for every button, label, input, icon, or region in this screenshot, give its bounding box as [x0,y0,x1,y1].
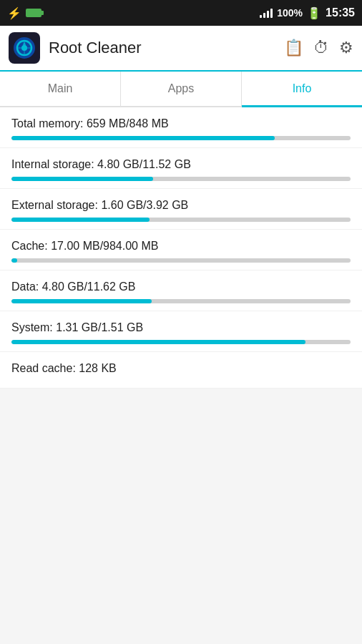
status-left: ⚡ [7,6,41,20]
stats-content: Total memory: 659 MB/848 MBInternal stor… [0,107,362,389]
progress-track [11,177,351,181]
progress-track [11,299,351,303]
progress-track [11,218,351,222]
battery-percentage: 100% [277,7,303,19]
progress-track [11,340,351,344]
app-title: Root Cleaner [49,39,275,57]
tab-bar: Main Apps Info [0,72,362,107]
stat-label: System: 1.31 GB/1.51 GB [11,321,351,334]
progress-fill [11,218,150,222]
signal-bars-icon [260,8,273,18]
note-icon[interactable]: 📋 [284,39,303,57]
app-header: Root Cleaner 📋 ⏱ ⚙ [0,26,362,72]
progress-track [11,258,351,263]
stat-row: System: 1.31 GB/1.51 GB [0,311,362,352]
history-icon[interactable]: ⏱ [313,39,329,57]
stat-label: Data: 4.80 GB/11.62 GB [11,280,351,293]
clock: 15:35 [326,6,355,19]
stat-row: Cache: 17.00 MB/984.00 MB [0,230,362,270]
status-bar: ⚡ 100% 🔋 15:35 [0,0,362,26]
stat-row: External storage: 1.60 GB/3.92 GB [0,189,362,230]
status-right: 100% 🔋 15:35 [260,6,355,20]
progress-fill [11,177,153,181]
stat-row: Read cache: 128 KB [0,352,362,389]
app-icon [9,32,40,64]
tab-main[interactable]: Main [0,72,121,106]
stat-row: Total memory: 659 MB/848 MB [0,107,362,148]
stat-label: External storage: 1.60 GB/3.92 GB [11,199,351,212]
stat-label: Read cache: 128 KB [11,362,351,375]
progress-fill [11,136,275,140]
progress-fill [11,258,17,263]
header-actions: 📋 ⏱ ⚙ [284,39,353,57]
battery-status-icon [26,9,41,17]
stat-row: Data: 4.80 GB/11.62 GB [0,270,362,311]
stat-row: Internal storage: 4.80 GB/11.52 GB [0,148,362,189]
battery-full-icon: 🔋 [307,6,321,20]
tab-info[interactable]: Info [242,72,362,106]
tab-apps[interactable]: Apps [121,72,242,106]
progress-fill [11,340,305,344]
settings-icon[interactable]: ⚙ [339,39,353,57]
usb-icon: ⚡ [7,6,21,20]
progress-fill [11,299,152,303]
stat-label: Total memory: 659 MB/848 MB [11,117,351,130]
progress-track [11,136,351,140]
stat-label: Cache: 17.00 MB/984.00 MB [11,240,351,253]
stat-label: Internal storage: 4.80 GB/11.52 GB [11,158,351,171]
